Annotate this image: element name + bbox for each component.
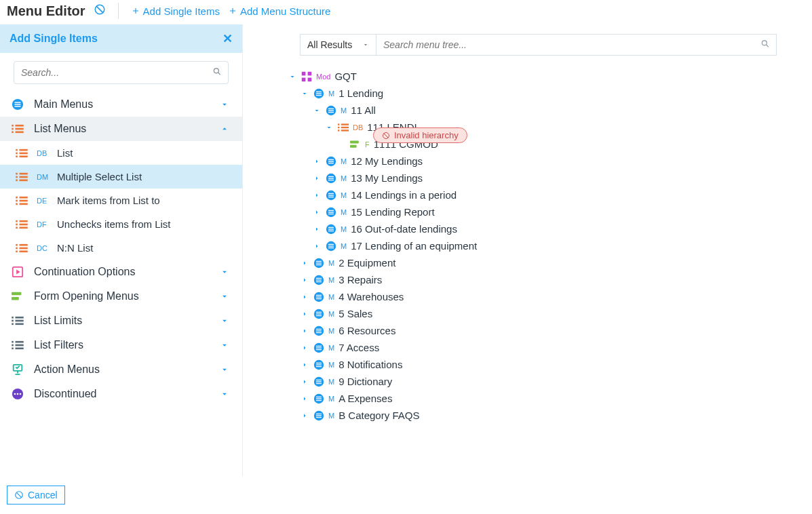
tree-search-icon[interactable] <box>760 39 770 51</box>
sub-item[interactable]: DM Multiple Select List <box>0 165 242 189</box>
svg-point-63 <box>20 393 22 395</box>
menu-circle-icon <box>326 190 336 201</box>
toggle-icon[interactable] <box>288 72 297 81</box>
category-discontinued[interactable]: Discontinued <box>0 382 242 406</box>
node-label: 14 Lendings in a period <box>351 189 457 201</box>
toggle-icon[interactable] <box>300 292 309 302</box>
node-label: 15 Lending Report <box>351 206 434 218</box>
svg-rect-7 <box>15 106 21 106</box>
tree-node[interactable]: M14 Lendings in a period <box>311 186 801 203</box>
tree-node[interactable]: M13 My Lendings <box>311 170 801 186</box>
svg-rect-115 <box>316 264 322 264</box>
category-label: Form Opening Menus <box>34 290 139 302</box>
toggle-icon[interactable] <box>300 326 309 336</box>
tree-node[interactable]: M2 Equipment <box>298 254 801 271</box>
toggle-icon[interactable] <box>300 258 309 268</box>
svg-rect-54 <box>16 341 24 343</box>
tree-root-node[interactable]: ModGQT <box>286 68 801 85</box>
svg-rect-40 <box>16 247 18 249</box>
tree-node[interactable]: M17 Lending of an equipment <box>311 237 801 254</box>
toggle-icon[interactable] <box>300 411 309 420</box>
close-icon[interactable]: ✕ <box>223 31 233 46</box>
svg-rect-50 <box>16 320 24 322</box>
svg-rect-127 <box>316 315 322 315</box>
toggle-icon[interactable] <box>312 241 322 251</box>
svg-rect-35 <box>20 223 28 225</box>
category-list-menus[interactable]: List Menus <box>0 117 242 141</box>
tree-node[interactable]: M15 Lending Report <box>311 203 801 220</box>
tree-node[interactable]: M1 Lending <box>298 85 801 102</box>
sub-item[interactable]: DB List <box>0 141 242 165</box>
toggle-icon[interactable] <box>300 275 309 285</box>
tree-node[interactable]: M8 Notifications <box>298 356 801 373</box>
svg-rect-58 <box>16 348 24 350</box>
tree-node[interactable]: M16 Out-of-date lendings <box>311 220 801 237</box>
menu-circle-icon <box>313 342 324 353</box>
menu-circle-icon <box>326 173 336 184</box>
category-main-menus[interactable]: Main Menus <box>0 92 242 117</box>
svg-rect-111 <box>328 247 334 248</box>
search-input[interactable] <box>14 61 229 84</box>
svg-rect-78 <box>338 123 339 125</box>
tree-node[interactable]: M11 All <box>311 102 801 119</box>
svg-rect-25 <box>20 179 28 181</box>
category-form-opening[interactable]: Form Opening Menus <box>0 284 242 309</box>
toggle-icon[interactable] <box>300 360 309 370</box>
node-label: 16 Out-of-date lendings <box>351 223 457 235</box>
svg-rect-39 <box>20 243 28 245</box>
svg-rect-130 <box>316 330 322 331</box>
category-continuation[interactable]: Continuation Options <box>0 260 242 284</box>
tree-node[interactable]: F1111 CGMODInvalid hierarchy <box>335 136 801 153</box>
sub-item[interactable]: DE Mark items from List to <box>0 189 242 212</box>
sub-item[interactable]: DF Unchecks items from List <box>0 212 242 236</box>
svg-rect-47 <box>12 317 14 319</box>
svg-rect-17 <box>20 152 28 154</box>
tree-node[interactable]: M4 Warehouses <box>298 288 801 305</box>
toggle-icon[interactable] <box>300 343 309 353</box>
tree-search-input[interactable] <box>376 34 777 56</box>
svg-rect-30 <box>16 203 18 205</box>
filter-select[interactable]: All Results <box>300 34 376 56</box>
svg-rect-51 <box>12 323 14 325</box>
toggle-icon[interactable] <box>312 174 322 183</box>
toggle-icon[interactable] <box>312 207 322 217</box>
tree-node[interactable]: M12 My Lendings <box>311 153 801 170</box>
toggle-icon[interactable] <box>300 377 309 387</box>
type-tag: M <box>341 225 347 233</box>
tree-node[interactable]: MB Category FAQS <box>298 407 801 424</box>
sub-item[interactable]: DC N:N List <box>0 236 242 260</box>
sidebar: Add Single Items ✕ Main Menus <box>0 24 243 476</box>
svg-rect-12 <box>12 132 14 134</box>
type-tag: DB <box>353 123 363 132</box>
tree-node[interactable]: M9 Dictionary <box>298 373 801 390</box>
toggle-icon[interactable] <box>312 157 322 166</box>
tree-node[interactable]: M5 Sales <box>298 305 801 322</box>
category-list-filters[interactable]: List Filters <box>0 333 242 357</box>
toggle-icon[interactable] <box>312 191 322 200</box>
category-list-limits[interactable]: List Limits <box>0 309 242 333</box>
toggle-icon[interactable] <box>324 123 334 132</box>
toggle-icon[interactable] <box>300 309 309 319</box>
toggle-icon[interactable] <box>300 89 309 98</box>
category-label: Continuation Options <box>34 266 135 278</box>
svg-rect-151 <box>316 416 322 417</box>
tree-node[interactable]: M7 Access <box>298 339 801 356</box>
add-single-items-button[interactable]: Add Single Items <box>131 5 220 17</box>
category-action-menus[interactable]: Action Menus <box>0 357 242 382</box>
tree-node[interactable]: MA Expenses <box>298 390 801 407</box>
svg-rect-20 <box>16 172 18 174</box>
cancel-label: Cancel <box>28 490 58 500</box>
toggle-icon[interactable] <box>300 394 309 403</box>
tree-node[interactable]: M6 Resources <box>298 322 801 339</box>
svg-rect-77 <box>328 111 334 112</box>
node-label: 1 Lending <box>339 87 383 99</box>
search-icon[interactable] <box>212 67 222 79</box>
toggle-icon[interactable] <box>312 224 322 234</box>
add-menu-structure-button[interactable]: Add Menu Structure <box>228 5 330 17</box>
cancel-button[interactable]: Cancel <box>7 486 65 505</box>
toggle-icon[interactable] <box>312 106 322 115</box>
filter-select-label: All Results <box>307 39 352 50</box>
svg-rect-15 <box>20 149 28 151</box>
tree-node[interactable]: M3 Repairs <box>298 271 801 288</box>
menu-circle-icon <box>313 410 324 421</box>
